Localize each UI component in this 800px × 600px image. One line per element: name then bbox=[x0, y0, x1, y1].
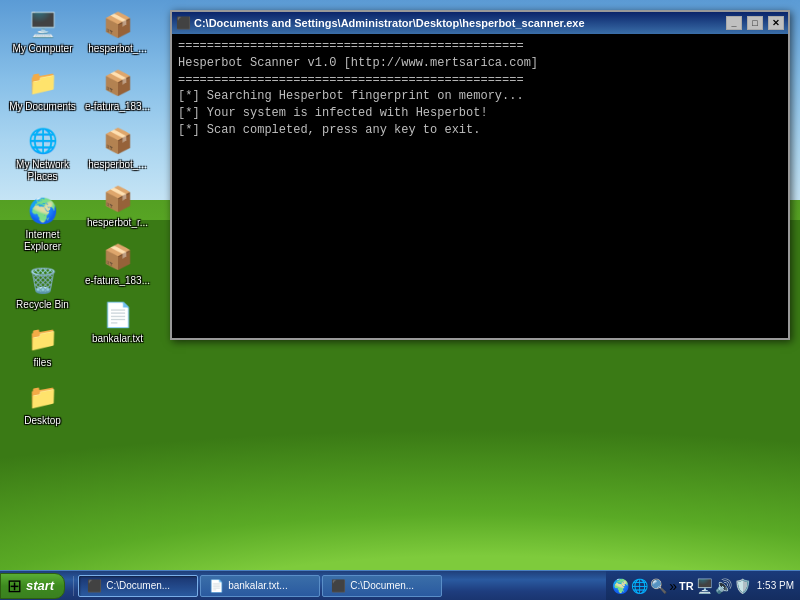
bankalar-label: bankalar.txt bbox=[92, 333, 143, 345]
my-computer-icon: 🖥️ bbox=[27, 9, 59, 41]
desktop-icon-hesperbot2[interactable]: 📦 hesperbot_... bbox=[80, 121, 155, 175]
desktop-icon-hesperbot1[interactable]: 📦 hesperbot_... bbox=[80, 5, 155, 59]
files-label: files bbox=[34, 357, 52, 369]
network-places-label: My Network Places bbox=[7, 159, 78, 183]
cmd-title-text: C:\Documents and Settings\Administrator\… bbox=[194, 17, 721, 29]
close-button[interactable]: ✕ bbox=[768, 16, 784, 30]
hesperbot2-label: hesperbot_... bbox=[88, 159, 146, 171]
start-button[interactable]: ⊞ start bbox=[0, 573, 65, 599]
hesperbot1-label: hesperbot_... bbox=[88, 43, 146, 55]
desktop-icon-recycle-bin[interactable]: 🗑️ Recycle Bin bbox=[5, 261, 80, 315]
internet-explorer-label: Internet Explorer bbox=[7, 229, 78, 253]
hesperbot3-label: hesperbot_r... bbox=[87, 217, 148, 229]
cmd-body[interactable]: ========================================… bbox=[172, 34, 788, 338]
taskbar-cmd2-icon: ⬛ bbox=[331, 579, 346, 593]
google-tray-icon: 🔍 bbox=[650, 578, 667, 594]
my-documents-icon: 📁 bbox=[27, 67, 59, 99]
taskbar-cmd1-icon: ⬛ bbox=[87, 579, 102, 593]
recycle-bin-icon: 🗑️ bbox=[27, 265, 59, 297]
taskbar-bankalar-icon: 📄 bbox=[209, 579, 224, 593]
taskbar-btn-cmd2[interactable]: ⬛ C:\Documen... bbox=[322, 575, 442, 597]
taskbar-system-tray: 🌍 🌐 🔍 » TR 🖥️ 🔊 🛡️ 1:53 PM bbox=[606, 571, 800, 600]
files-icon: 📁 bbox=[27, 323, 59, 355]
volume-tray-icon: 🔊 bbox=[715, 578, 732, 594]
recycle-bin-label: Recycle Bin bbox=[16, 299, 69, 311]
maximize-button[interactable]: □ bbox=[747, 16, 763, 30]
cmd-line-4: [*] Searching Hesperbot fingerprint on m… bbox=[178, 88, 782, 105]
desktop-icon-my-documents[interactable]: 📁 My Documents bbox=[5, 63, 80, 117]
network-places-icon: 🌐 bbox=[27, 125, 59, 157]
taskbar-cmd2-label: C:\Documen... bbox=[350, 580, 414, 591]
cmd-line-5: [*] Your system is infected with Hesperb… bbox=[178, 105, 782, 122]
desktop-icon-bankalar[interactable]: 📄 bankalar.txt bbox=[80, 295, 155, 349]
taskbar-cmd1-label: C:\Documen... bbox=[106, 580, 170, 591]
desktop-icons: 🖥️ My Computer 📁 My Documents 🌐 My Netwo… bbox=[0, 0, 160, 560]
cmd-line-6: [*] Scan completed, press any key to exi… bbox=[178, 122, 782, 139]
taskbar-btn-cmd1[interactable]: ⬛ C:\Documen... bbox=[78, 575, 198, 597]
desktop: 🖥️ My Computer 📁 My Documents 🌐 My Netwo… bbox=[0, 0, 800, 600]
minimize-button[interactable]: _ bbox=[726, 16, 742, 30]
cmd-line-2: Hesperbot Scanner v1.0 [http://www.merts… bbox=[178, 55, 782, 72]
hesperbot1-icon: 📦 bbox=[102, 9, 134, 41]
desktop-folder-label: Desktop bbox=[24, 415, 61, 427]
my-computer-label: My Computer bbox=[12, 43, 72, 55]
cmd-window-icon: ⬛ bbox=[176, 16, 190, 30]
taskbar-separator bbox=[73, 576, 74, 596]
desktop-icon-internet-explorer[interactable]: 🌍 Internet Explorer bbox=[5, 191, 80, 257]
efatura1-icon: 📦 bbox=[102, 67, 134, 99]
desktop-icon-efatura1[interactable]: 📦 e-fatura_183... bbox=[80, 63, 155, 117]
desktop-icon-desktop[interactable]: 📁 Desktop bbox=[5, 377, 80, 431]
desktop-icon-network-places[interactable]: 🌐 My Network Places bbox=[5, 121, 80, 187]
desktop-icon-files[interactable]: 📁 files bbox=[5, 319, 80, 373]
desktop-folder-icon: 📁 bbox=[27, 381, 59, 413]
cmd-titlebar[interactable]: ⬛ C:\Documents and Settings\Administrato… bbox=[172, 12, 788, 34]
taskbar: ⊞ start ⬛ C:\Documen... 📄 bankalar.txt..… bbox=[0, 570, 800, 600]
desktop-icon-my-computer[interactable]: 🖥️ My Computer bbox=[5, 5, 80, 59]
efatura1-label: e-fatura_183... bbox=[85, 101, 150, 113]
cmd-line-1: ========================================… bbox=[178, 38, 782, 55]
bankalar-icon: 📄 bbox=[102, 299, 134, 331]
internet-explorer-icon: 🌍 bbox=[27, 195, 59, 227]
desktop-icon-efatura2[interactable]: 📦 e-fatura_183... bbox=[80, 237, 155, 291]
clock: 1:53 PM bbox=[757, 580, 794, 591]
efatura2-icon: 📦 bbox=[102, 241, 134, 273]
network-tray-icon: 🖥️ bbox=[696, 578, 713, 594]
arrow-tray-icon[interactable]: » bbox=[669, 578, 677, 594]
my-documents-label: My Documents bbox=[9, 101, 76, 113]
taskbar-btn-bankalar[interactable]: 📄 bankalar.txt... bbox=[200, 575, 320, 597]
cmd-window: ⬛ C:\Documents and Settings\Administrato… bbox=[170, 10, 790, 340]
language-tray[interactable]: TR bbox=[679, 580, 694, 592]
start-label: start bbox=[26, 578, 54, 593]
hesperbot3-icon: 📦 bbox=[102, 183, 134, 215]
windows-logo-icon: ⊞ bbox=[7, 575, 22, 597]
ie2-tray-icon: 🌐 bbox=[631, 578, 648, 594]
ie-tray-icon: 🌍 bbox=[612, 578, 629, 594]
cmd-line-3: ========================================… bbox=[178, 72, 782, 89]
efatura2-label: e-fatura_183... bbox=[85, 275, 150, 287]
antivirus-tray-icon: 🛡️ bbox=[734, 578, 751, 594]
taskbar-bankalar-label: bankalar.txt... bbox=[228, 580, 287, 591]
hesperbot2-icon: 📦 bbox=[102, 125, 134, 157]
desktop-icon-hesperbot3[interactable]: 📦 hesperbot_r... bbox=[80, 179, 155, 233]
